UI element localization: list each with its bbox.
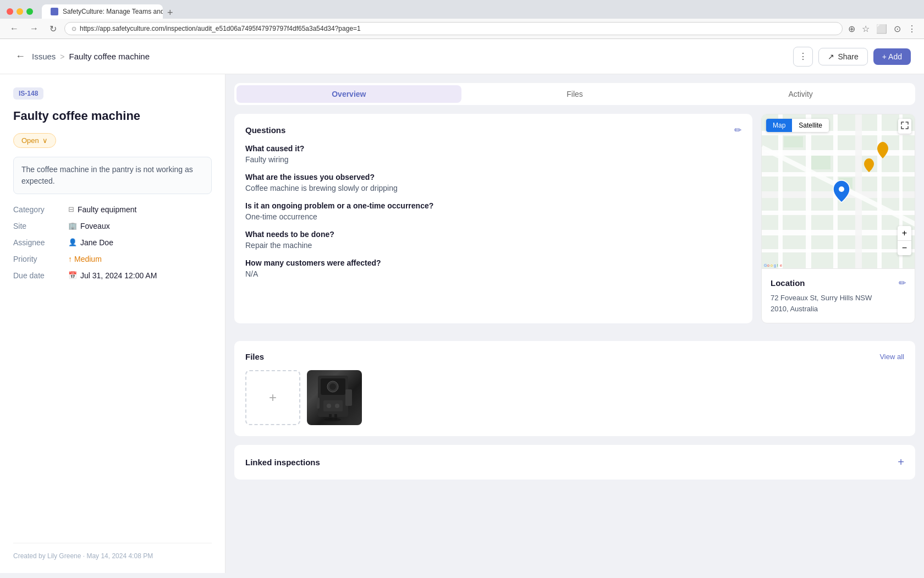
bookmark-btn[interactable]: ☆ xyxy=(861,23,871,35)
minimize-window-btn[interactable] xyxy=(16,8,23,15)
files-card: Files View all + xyxy=(234,341,915,436)
forward-nav-btn[interactable]: → xyxy=(26,23,42,35)
zoom-btn[interactable]: ⊕ xyxy=(847,23,856,35)
add-btn[interactable]: + Add xyxy=(873,48,911,65)
location-address-line2: 2010, Australia xyxy=(771,304,906,315)
coffee-machine-img xyxy=(307,370,362,425)
location-address-line1: 72 Foveaux St, Surry Hills NSW xyxy=(771,293,906,304)
browser-tabs: SafetyCulture: Manage Teams and... ✕ + xyxy=(42,4,178,19)
extensions-btn[interactable]: ⬜ xyxy=(875,23,888,35)
share-btn[interactable]: ↗ Share xyxy=(818,48,867,65)
assignee-value: 👤 Jane Doe xyxy=(68,238,113,247)
close-window-btn[interactable] xyxy=(7,8,13,15)
category-icon: ⊟ xyxy=(68,205,74,213)
linked-inspections-card: Linked inspections + xyxy=(234,445,915,480)
site-row: Site 🏢 Foveaux xyxy=(13,222,212,230)
status-dropdown-btn[interactable]: Open ∨ xyxy=(13,133,56,148)
questions-title: Questions xyxy=(245,125,285,135)
map-expand-btn[interactable] xyxy=(898,119,911,134)
tab-files[interactable]: Files xyxy=(463,85,688,103)
answer-text: Repair the machine xyxy=(245,241,741,250)
add-label: + Add xyxy=(882,52,902,61)
answer-text: One-time occurrence xyxy=(245,212,741,221)
secure-icon: ⊙ xyxy=(72,25,76,32)
svg-point-21 xyxy=(839,186,844,192)
map-view-btn[interactable]: Map xyxy=(766,119,792,132)
question-text: What caused it? xyxy=(245,144,741,153)
address-bar[interactable]: ⊙ https://app.safetyculture.com/inspecti… xyxy=(64,22,843,35)
questions-card: Questions ✏ What caused it?Faulty wiring… xyxy=(234,114,752,323)
svg-rect-10 xyxy=(778,114,783,268)
svg-point-34 xyxy=(335,404,339,408)
question-block: What caused it?Faulty wiring xyxy=(245,144,741,164)
zoom-out-btn[interactable]: − xyxy=(898,241,911,255)
satellite-view-btn[interactable]: Satellite xyxy=(792,119,829,132)
reload-btn[interactable]: ↻ xyxy=(46,23,60,35)
priority-up-icon: ↑ xyxy=(68,255,72,263)
svg-text:g: g xyxy=(774,263,776,268)
svg-text:o: o xyxy=(771,263,773,267)
status-label: Open xyxy=(21,136,39,145)
right-panel: Overview Files Activity Questions ✏ What… xyxy=(226,74,924,573)
svg-rect-13 xyxy=(855,114,862,268)
profile-btn[interactable]: ⊙ xyxy=(893,23,902,35)
questions-card-header: Questions ✏ xyxy=(245,125,741,135)
zoom-in-btn[interactable]: + xyxy=(898,226,911,241)
tabs-bar: Overview Files Activity xyxy=(234,83,915,105)
site-icon: 🏢 xyxy=(68,222,77,230)
map-location-card: G o o g l e Map Satellite xyxy=(761,114,915,323)
svg-rect-38 xyxy=(317,398,320,409)
file-upload-box[interactable]: + xyxy=(245,370,300,425)
add-linked-btn[interactable]: + xyxy=(898,456,904,469)
svg-rect-8 xyxy=(762,230,915,235)
window-controls xyxy=(7,8,33,15)
more-options-btn[interactable]: ⋮ xyxy=(793,47,813,67)
svg-rect-9 xyxy=(762,249,915,252)
priority-row: Priority ↑ Medium xyxy=(13,255,212,263)
site-value: 🏢 Foveaux xyxy=(68,222,110,230)
new-tab-btn[interactable]: + xyxy=(163,7,178,19)
description-box: The coffee machine in the pantry is not … xyxy=(13,157,212,194)
map-background: G o o g l e Map Satellite xyxy=(762,114,915,268)
category-value: ⊟ Faulty equipment xyxy=(68,205,136,214)
tab-title: SafetyCulture: Manage Teams and... xyxy=(63,8,163,15)
map-container: G o o g l e Map Satellite xyxy=(762,114,915,268)
breadcrumb-issues-link[interactable]: Issues xyxy=(32,52,56,61)
map-svg: G o o g l e xyxy=(762,114,915,268)
question-text: Is it an ongoing problem or a one-time o… xyxy=(245,201,741,210)
svg-rect-5 xyxy=(762,172,915,177)
browser-actions: ⊕ ☆ ⬜ ⊙ ⋮ xyxy=(847,23,917,35)
app: ← Issues > Faulty coffee machine ⋮ ↗ Sha… xyxy=(0,39,924,573)
app-header: ← Issues > Faulty coffee machine ⋮ ↗ Sha… xyxy=(0,39,924,74)
category-text: Faulty equipment xyxy=(78,205,136,214)
back-btn[interactable]: ← xyxy=(13,48,28,64)
due-date-label: Due date xyxy=(13,271,68,280)
coffee-machine-thumbnail[interactable] xyxy=(307,370,362,425)
location-title: Location xyxy=(771,278,805,288)
answer-text: Coffee machine is brewing slowly or drip… xyxy=(245,184,741,192)
tab-overview[interactable]: Overview xyxy=(237,85,461,103)
site-label: Site xyxy=(13,222,68,230)
tab-activity[interactable]: Activity xyxy=(688,85,913,103)
svg-text:e: e xyxy=(780,263,782,267)
meta-section: Category ⊟ Faulty equipment Site 🏢 Fovea… xyxy=(13,205,212,280)
svg-point-33 xyxy=(327,404,331,408)
svg-rect-17 xyxy=(784,136,803,147)
active-tab[interactable]: SafetyCulture: Manage Teams and... ✕ xyxy=(42,4,163,19)
view-all-link[interactable]: View all xyxy=(879,353,904,361)
menu-btn[interactable]: ⋮ xyxy=(906,23,917,35)
breadcrumb: Issues > Faulty coffee machine xyxy=(32,52,150,61)
maximize-window-btn[interactable] xyxy=(26,8,33,15)
location-edit-btn[interactable]: ✏ xyxy=(899,278,906,288)
question-text: How many customers were affected? xyxy=(245,258,741,267)
due-date-row: Due date 📅 Jul 31, 2024 12:00 AM xyxy=(13,271,212,280)
svg-text:o: o xyxy=(767,263,769,267)
back-nav-btn[interactable]: ← xyxy=(7,23,22,35)
left-panel: IS-148 Faulty coffee machine Open ∨ The … xyxy=(0,74,226,573)
files-grid: + xyxy=(245,370,904,425)
questions-edit-btn[interactable]: ✏ xyxy=(734,125,741,135)
footer-info: Created by Lily Greene · May 14, 2024 4:… xyxy=(13,543,212,560)
svg-rect-14 xyxy=(877,114,882,268)
location-panel: Location ✏ 72 Foveaux St, Surry Hills NS… xyxy=(762,268,915,323)
question-block: What are the issues you observed?Coffee … xyxy=(245,173,741,192)
